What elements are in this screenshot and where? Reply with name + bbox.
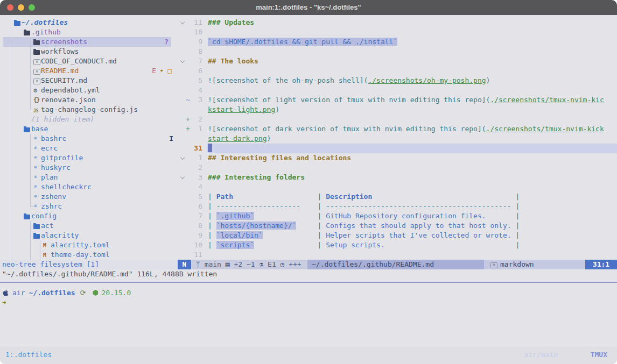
winbar-label: neo-tree filesystem [1] xyxy=(2,260,99,268)
tree-item-security-md[interactable]: MSECURITY.md xyxy=(0,76,178,85)
line-text: | `local/bin` | Helper scripts that I've… xyxy=(208,231,520,240)
tree-item-plan[interactable]: *plan xyxy=(0,173,178,182)
zoom-button[interactable] xyxy=(29,4,35,11)
folder-icon xyxy=(33,50,40,55)
tree-item-label: ~/.dotfiles xyxy=(22,18,68,27)
line-text: ![screenshot of the oh-my-posh shell](./… xyxy=(208,76,490,85)
tree-guide-line xyxy=(11,163,11,173)
editor-line-2[interactable]: 2 xyxy=(178,163,617,173)
tmux-pane-separator[interactable] xyxy=(0,282,617,283)
editor-line-5[interactable]: 5![screenshot of the oh-my-posh shell](.… xyxy=(178,76,617,85)
line-number: 6 xyxy=(184,202,202,211)
tree-item-label: (1 hidden item) xyxy=(31,115,94,124)
traffic-lights xyxy=(7,4,35,11)
shell-prompt: air~/.dotfiles⟳20.15.0 xyxy=(3,288,131,298)
tree-item-label: act xyxy=(41,221,53,231)
line-number: 7 xyxy=(184,211,202,221)
editor-line-11[interactable]: 11 xyxy=(178,250,617,260)
markdown-icon: M xyxy=(490,262,497,268)
tree-item-shellcheckrc[interactable]: *shellcheckrc xyxy=(0,182,178,192)
tree-guide-line xyxy=(30,66,31,76)
cursor-position: 31:1 xyxy=(585,260,617,269)
tree-item-renovate-json[interactable]: {}renovate.json xyxy=(0,95,178,105)
editor-line-1[interactable]: +1![screenshot of dark version of tmux w… xyxy=(178,124,617,134)
editor-line[interactable]: kstart-light.png) xyxy=(178,105,617,115)
editor-line-4[interactable]: 4 xyxy=(178,182,617,192)
statusline-extra: +++ xyxy=(289,260,301,268)
tree-item-ecrc[interactable]: *ecrc xyxy=(0,144,178,153)
line-number: 2 xyxy=(184,163,202,173)
tree-guide-line xyxy=(30,250,31,260)
editor-line-8[interactable]: 8| `hosts/{hostname}/` | Configs that sh… xyxy=(178,221,617,231)
editor-line[interactable]: start-dark.png) xyxy=(178,134,617,144)
tree-item-config[interactable]: config xyxy=(0,211,178,221)
editor-line-9[interactable]: 9`cd $HOME/.dotfiles && git pull && ./in… xyxy=(178,37,617,47)
node-icon xyxy=(93,290,98,296)
terminal-content: ~/.dotfiles.githubscreenshots?workflowsM… xyxy=(0,15,617,364)
editor-line-11[interactable]: 11### Updates xyxy=(178,18,617,27)
neo-tree-winbar[interactable]: neo-tree filesystem [1] xyxy=(0,260,178,269)
tree-item-theme-day-toml[interactable]: Mtheme-day.toml xyxy=(0,250,178,260)
tree-item-tag-changelog-config-js[interactable]: JStag-changelog-config.js xyxy=(0,105,178,115)
editor-line-7[interactable]: 7## The looks xyxy=(178,56,617,66)
tree-item-label: .github xyxy=(31,27,61,37)
line-number: 3 xyxy=(184,95,202,105)
tree-item-alacritty[interactable]: alacritty xyxy=(0,231,178,240)
tree-item-label: huskyrc xyxy=(41,163,71,173)
tree-guide-line xyxy=(40,240,40,250)
tree-item-code-of-conduct-md[interactable]: MCODE_OF_CONDUCT.md xyxy=(0,56,178,66)
tree-item-label: SECURITY.md xyxy=(41,76,87,85)
editor-line-1[interactable]: 1## Interesting files and locations xyxy=(178,153,617,163)
tmux-window-tab[interactable]: 1:.dotfiles xyxy=(5,350,52,360)
tree-item-github[interactable]: .github xyxy=(0,27,178,37)
tree-item-alacritty-toml[interactable]: Malacritty.toml xyxy=(0,240,178,250)
editor-line-3[interactable]: 3### Interesting folders xyxy=(178,173,617,182)
tree-item-zshenv[interactable]: *zshenv xyxy=(0,192,178,202)
prompt-arrow[interactable]: ➜ xyxy=(2,298,6,308)
editor-line-6[interactable]: 6 xyxy=(178,66,617,76)
editor-line-6[interactable]: 6| -------------------- | --------------… xyxy=(178,202,617,211)
editor-line-10[interactable]: 10| `scripts` | Setup scripts. | xyxy=(178,240,617,250)
line-number: 4 xyxy=(184,85,202,95)
editor-line-2[interactable]: +2 xyxy=(178,115,617,124)
tree-guide-line xyxy=(30,37,31,47)
tree-item-screenshots[interactable]: screenshots? xyxy=(0,37,178,47)
tree-item-act[interactable]: act xyxy=(0,221,178,231)
git-status-badge: E xyxy=(152,66,156,76)
line-text: | Path | Description | xyxy=(208,192,520,202)
tree-item-dotfiles[interactable]: ~/.dotfiles xyxy=(0,18,178,27)
editor-line-8[interactable]: 8 xyxy=(178,47,617,56)
minimize-button[interactable] xyxy=(18,4,24,11)
tree-item-bashrc[interactable]: *bashrcI xyxy=(0,134,178,144)
editor-line-31[interactable]: 31 xyxy=(178,144,617,153)
editor-line-7[interactable]: 7| `.github` | GitHub Repository configu… xyxy=(178,211,617,221)
tree-guide-line xyxy=(11,250,11,260)
tree-guide-line xyxy=(30,134,31,144)
git-sync-icon: ⟳ xyxy=(80,289,86,297)
tree-item-dependabot-yml[interactable]: ⚙dependabot.yml xyxy=(0,85,178,95)
line-number: 10 xyxy=(184,27,202,37)
close-button[interactable] xyxy=(7,4,13,11)
editor-line-5[interactable]: 5| Path | Description | xyxy=(178,192,617,202)
titlebar[interactable]: main:1:.dotfiles - "ks~/.dotfiles" xyxy=(0,0,617,15)
folder-icon xyxy=(14,21,20,26)
tree-item-1-hidden-item[interactable]: (1 hidden item) xyxy=(0,115,178,124)
line-text: ## Interesting files and locations xyxy=(208,153,351,163)
line-number: 1 xyxy=(184,153,202,163)
editor-line-4[interactable]: 4 xyxy=(178,85,617,95)
apple-icon xyxy=(3,289,9,296)
tree-guide-line xyxy=(11,202,11,211)
tree-item-readme-md[interactable]: MREADME.mdE•□ xyxy=(0,66,178,76)
tree-item-label: dependabot.yml xyxy=(41,85,100,95)
tree-item-gitprofile[interactable]: *gitprofile xyxy=(0,153,178,163)
tree-item-huskyrc[interactable]: *huskyrc xyxy=(0,163,178,173)
editor-line-3[interactable]: ~3![screenshot of light version of tmux … xyxy=(178,95,617,105)
editor-line-9[interactable]: 9| `local/bin` | Helper scripts that I'v… xyxy=(178,231,617,240)
tree-item-base[interactable]: base xyxy=(0,124,178,134)
tree-item-workflows[interactable]: workflows xyxy=(0,47,178,56)
tree-guide-line xyxy=(11,153,11,163)
editor-line-10[interactable]: 10 xyxy=(178,27,617,37)
tree-item-zshrc[interactable]: *zshrc xyxy=(0,202,178,211)
line-text: | `.github` | GitHub Repository configur… xyxy=(208,211,520,221)
neo-tree-sidebar: ~/.dotfiles.githubscreenshots?workflowsM… xyxy=(0,18,178,260)
